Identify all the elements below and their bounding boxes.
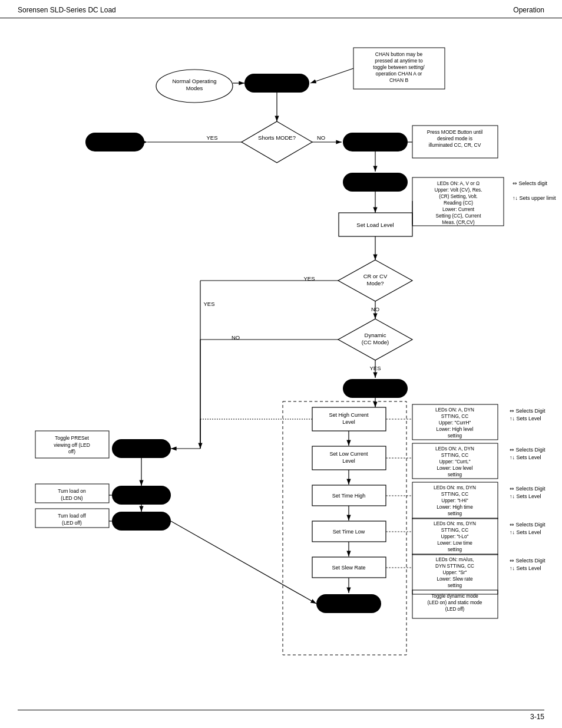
svg-rect-150 [112, 512, 171, 531]
svg-text:Upper: "Sr": Upper: "Sr" [443, 570, 467, 575]
svg-text:STTING, CC: STTING, CC [441, 528, 468, 533]
header: Sorensen SLD-Series DC Load Operation [0, 0, 562, 18]
svg-text:off): off) [68, 449, 75, 454]
svg-text:⇔ Selects Digit: ⇔ Selects Digit [510, 522, 546, 528]
svg-rect-19 [85, 133, 144, 151]
svg-text:(LED ON): (LED ON) [61, 495, 82, 501]
svg-text:LEDs ON: ms, DYN: LEDs ON: ms, DYN [434, 485, 476, 490]
svg-text:Shorts MODE?: Shorts MODE? [258, 134, 296, 141]
svg-line-153 [171, 521, 316, 604]
svg-text:DYN STTING, CC: DYN STTING, CC [435, 564, 474, 569]
svg-text:Mode?: Mode? [366, 280, 384, 286]
svg-text:CR or CV: CR or CV [363, 273, 388, 279]
svg-rect-129 [316, 594, 381, 613]
svg-text:Upper: "t-Lo": Upper: "t-Lo" [441, 534, 469, 539]
header-left: Sorensen SLD-Series DC Load [18, 6, 116, 14]
header-right: Operation [513, 6, 544, 14]
svg-text:Lower: High time: Lower: High time [437, 505, 473, 510]
svg-text:Normal Operating: Normal Operating [173, 78, 217, 84]
svg-text:Upper: Volt (CV), Res.: Upper: Volt (CV), Res. [435, 187, 482, 193]
svg-rect-147 [112, 486, 171, 505]
svg-text:↑↓ Sets Level: ↑↓ Sets Level [510, 454, 541, 460]
svg-text:Lower: Current: Lower: Current [442, 207, 475, 212]
svg-text:toggle between setting/: toggle between setting/ [373, 64, 425, 70]
svg-text:YES: YES [203, 301, 214, 307]
svg-text:viewing off (LED: viewing off (LED [54, 442, 90, 448]
svg-rect-135 [112, 439, 171, 458]
svg-text:⇔ Selects Digit: ⇔ Selects Digit [510, 486, 546, 492]
svg-text:(CR) Setting, Volt.: (CR) Setting, Volt. [439, 194, 478, 199]
svg-text:operation CHAN A or: operation CHAN A or [376, 71, 422, 77]
svg-text:(LED off): (LED off) [62, 520, 82, 526]
svg-text:LEDs ON: ms, DYN: LEDs ON: ms, DYN [434, 521, 476, 526]
svg-text:STTING, CC: STTING, CC [441, 414, 468, 419]
svg-text:Turn load on: Turn load on [58, 488, 86, 494]
svg-text:Toggle PRESet: Toggle PRESet [55, 435, 89, 441]
svg-text:LEDs ON: A, DYN: LEDs ON: A, DYN [435, 407, 474, 413]
svg-text:Dynamic: Dynamic [365, 332, 386, 338]
svg-text:setting: setting [448, 472, 462, 477]
svg-text:YES: YES [206, 134, 217, 141]
svg-text:pressed at anytime to: pressed at anytime to [375, 58, 423, 64]
flowchart-svg: Normal Operating Modes CHAN button may b… [0, 18, 562, 702]
svg-text:Upper: "CurrH": Upper: "CurrH" [439, 420, 471, 426]
svg-text:setting: setting [448, 547, 462, 552]
svg-rect-64 [343, 379, 408, 398]
svg-text:Press MODE Button until: Press MODE Button until [427, 129, 483, 135]
svg-text:Lower: Low level: Lower: Low level [437, 466, 473, 471]
svg-rect-65 [283, 401, 406, 655]
svg-text:Set Load Level: Set Load Level [356, 222, 394, 228]
svg-text:NO: NO [317, 134, 325, 141]
svg-text:Modes: Modes [186, 85, 203, 91]
svg-text:Reading (CC): Reading (CC) [444, 200, 473, 206]
svg-text:↑↓ Sets Level: ↑↓ Sets Level [510, 565, 541, 571]
svg-text:Set Slew Rate: Set Slew Rate [332, 565, 365, 571]
svg-text:STTING, CC: STTING, CC [441, 492, 468, 497]
page: Sorensen SLD-Series DC Load Operation No… [0, 0, 562, 728]
svg-text:LEDs ON: mA/us,: LEDs ON: mA/us, [436, 557, 474, 562]
svg-text:Level: Level [342, 458, 355, 464]
svg-marker-15 [242, 121, 312, 163]
svg-text:⇔ Selects Digit: ⇔ Selects Digit [510, 408, 546, 414]
svg-text:desired mode is: desired mode is [437, 136, 472, 141]
svg-text:setting: setting [448, 511, 462, 516]
svg-text:Set Time High: Set Time High [332, 493, 366, 499]
svg-text:Upper: "t-Hi": Upper: "t-Hi" [441, 498, 468, 503]
svg-text:Upper: "CurrL": Upper: "CurrL" [439, 459, 470, 465]
footer: 3-15 [530, 713, 544, 721]
svg-text:Set Time Low: Set Time Low [333, 529, 365, 535]
page-number: 3-15 [530, 713, 544, 721]
svg-text:Set High Current: Set High Current [329, 412, 369, 418]
svg-text:Set Low Current: Set Low Current [329, 451, 368, 457]
svg-text:CHAN button may be: CHAN button may be [375, 51, 423, 57]
svg-text:Level: Level [342, 419, 355, 425]
svg-text:↑↓ Sets Level: ↑↓ Sets Level [510, 529, 541, 535]
svg-text:⇔ Selects Digit: ⇔ Selects Digit [510, 558, 546, 564]
svg-text:(CC Mode): (CC Mode) [362, 339, 389, 345]
svg-text:LEDs ON: A, DYN: LEDs ON: A, DYN [435, 446, 474, 452]
svg-text:⇔ Selects digit: ⇔ Selects digit [513, 180, 548, 186]
svg-text:(LED on) and static mode: (LED on) and static mode [428, 600, 482, 605]
svg-text:Turn load off: Turn load off [58, 513, 86, 519]
svg-text:LEDs ON: A, V or Ω: LEDs ON: A, V or Ω [437, 181, 480, 186]
svg-text:Lower: Slew rate: Lower: Slew rate [437, 577, 473, 582]
footer-line [18, 710, 544, 710]
svg-text:Setting (CC), Current: Setting (CC), Current [436, 213, 482, 219]
svg-text:setting: setting [448, 433, 462, 439]
svg-text:↑↓ Sets Level: ↑↓ Sets Level [510, 416, 541, 421]
diagram-area: Normal Operating Modes CHAN button may b… [0, 18, 562, 702]
svg-rect-29 [343, 173, 408, 192]
svg-text:Meas. (CR,CV): Meas. (CR,CV) [442, 220, 475, 225]
svg-rect-11 [244, 74, 309, 93]
svg-text:setting: setting [448, 583, 462, 588]
svg-text:↑↓ Sets Level: ↑↓ Sets Level [510, 493, 541, 499]
svg-text:(LED off): (LED off) [445, 607, 465, 612]
svg-text:⇔ Selects Digit: ⇔ Selects Digit [510, 447, 546, 453]
svg-text:STTING, CC: STTING, CC [441, 453, 468, 458]
svg-line-13 [310, 68, 353, 83]
svg-text:↑↓ Sets upper limit: ↑↓ Sets upper limit [513, 195, 556, 201]
svg-text:Lower: High level: Lower: High level [437, 427, 474, 432]
svg-rect-22 [343, 133, 408, 151]
svg-text:Toggle dynamic mode: Toggle dynamic mode [431, 594, 478, 599]
svg-text:CHAN B: CHAN B [389, 77, 408, 83]
